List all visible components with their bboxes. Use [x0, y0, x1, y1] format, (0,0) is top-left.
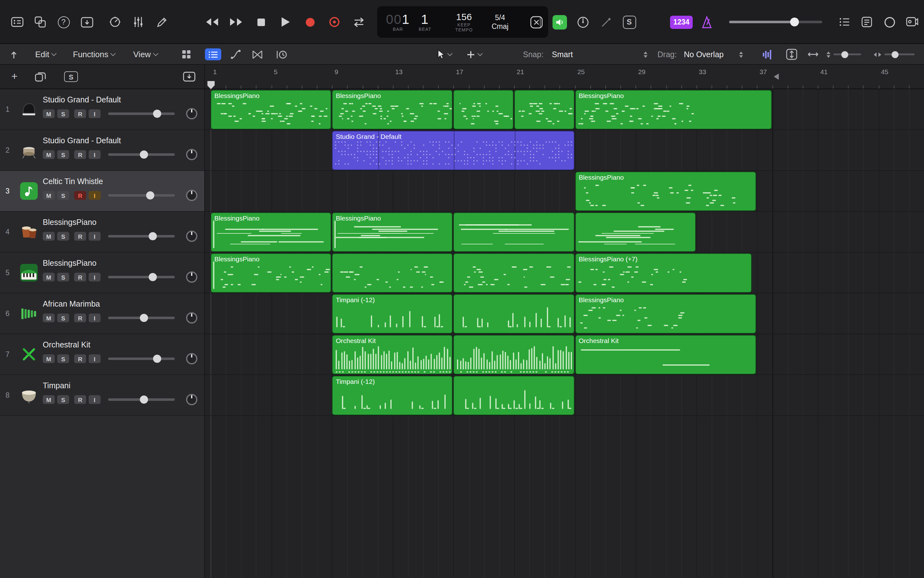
master-volume-thumb[interactable]: [790, 18, 799, 26]
view-menu[interactable]: View: [133, 44, 158, 65]
track-volume-slider[interactable]: [108, 112, 175, 115]
fit-vertical-zoom-icon[interactable]: [786, 44, 798, 65]
mute-button[interactable]: M: [43, 313, 55, 322]
track-volume-slider[interactable]: [108, 398, 175, 401]
region-lanes[interactable]: BlessingsPianoBlessingsPianoBlessingsPia…: [205, 89, 924, 578]
automation-icon[interactable]: [230, 44, 241, 65]
track-name[interactable]: BlessingsPiano: [43, 259, 183, 268]
media-browser-icon[interactable]: [903, 14, 921, 30]
record-enable-button[interactable]: R: [74, 191, 86, 200]
fit-horizontal-zoom-icon[interactable]: [807, 44, 819, 65]
playhead-marker[interactable]: [207, 81, 215, 89]
pan-knob[interactable]: [186, 271, 197, 283]
track-volume-thumb[interactable]: [146, 191, 154, 200]
region[interactable]: [575, 212, 696, 252]
track-volume-slider[interactable]: [108, 194, 175, 196]
bar-ruler[interactable]: 159131721252933374145: [205, 65, 924, 89]
region[interactable]: Orchestral Kit: [332, 335, 452, 375]
solo-button[interactable]: S: [57, 354, 69, 363]
region[interactable]: Orchestral Kit: [575, 335, 756, 375]
marimba-icon[interactable]: [20, 304, 38, 323]
input-monitor-button[interactable]: I: [89, 395, 101, 404]
region[interactable]: BlessingsPiano: [211, 212, 331, 252]
region-inspector-icon[interactable]: [205, 44, 221, 65]
pan-knob[interactable]: [186, 394, 197, 405]
solo-button[interactable]: S: [57, 395, 69, 404]
cycle-button[interactable]: [350, 14, 368, 30]
record-enable-button[interactable]: R: [74, 150, 86, 159]
editors-icon[interactable]: [152, 14, 171, 30]
track-header[interactable]: 6African MarimbaMSRI: [0, 294, 204, 334]
hand-drums-icon[interactable]: [20, 222, 38, 241]
mute-button[interactable]: M: [43, 395, 55, 404]
lcd-tempo-group[interactable]: 156 KEEP TEMPO: [455, 12, 473, 32]
track-volume-thumb[interactable]: [149, 273, 157, 281]
horizontal-zoom-thumb[interactable]: [891, 51, 898, 58]
edit-menu[interactable]: Edit: [35, 44, 56, 65]
pan-knob[interactable]: [186, 231, 197, 242]
grand-piano-icon[interactable]: [20, 100, 38, 119]
record-enable-button[interactable]: R: [74, 354, 86, 363]
track-header[interactable]: 2Studio Grand - DefaultMSRI: [0, 130, 204, 171]
solo-button[interactable]: S: [57, 150, 69, 159]
waveform-zoom-icon[interactable]: [762, 44, 773, 65]
region[interactable]: Studio Grand - Default: [332, 131, 574, 170]
snap-dropdown[interactable]: Smart: [552, 44, 651, 65]
stop-button[interactable]: [251, 14, 270, 30]
region[interactable]: BlessingsPiano: [575, 294, 756, 334]
solo-button[interactable]: S: [57, 273, 69, 281]
track-volume-slider[interactable]: [108, 317, 175, 319]
pan-knob[interactable]: [186, 149, 197, 160]
region[interactable]: [454, 212, 574, 252]
input-monitor-button[interactable]: I: [89, 191, 101, 200]
record-enable-button[interactable]: R: [74, 313, 86, 322]
mute-button[interactable]: M: [43, 150, 55, 159]
track-header[interactable]: 7Orchestral KitMSRI: [0, 334, 204, 375]
track-header[interactable]: 5BlessingsPianoMSRI: [0, 253, 204, 294]
input-monitor-button[interactable]: I: [89, 354, 101, 363]
region[interactable]: Timpani (-12): [332, 376, 452, 415]
track-name[interactable]: Studio Grand - Default: [43, 136, 183, 145]
note-pads-icon[interactable]: [857, 14, 876, 30]
region[interactable]: BlessingsPiano: [575, 172, 756, 211]
pan-knob[interactable]: [186, 312, 197, 323]
mixer-icon[interactable]: [129, 14, 148, 30]
region[interactable]: BlessingsPiano: [211, 253, 331, 293]
library-icon[interactable]: [8, 14, 26, 30]
track-volume-thumb[interactable]: [149, 232, 157, 240]
pan-knob[interactable]: [186, 353, 197, 364]
solo-button[interactable]: S: [57, 232, 69, 240]
input-monitor-button[interactable]: I: [89, 273, 101, 281]
lcd-display[interactable]: 001 BAR 1 BEAT 156 KEEP TEMPO 5/4 Cmaj: [377, 6, 548, 38]
count-in-badge[interactable]: 1234: [670, 15, 693, 29]
tin-whistle-icon[interactable]: [20, 182, 38, 200]
track-name[interactable]: African Marimba: [43, 300, 183, 308]
grid-icon[interactable]: [181, 44, 192, 65]
track-volume-thumb[interactable]: [153, 110, 161, 118]
record-enable-button[interactable]: R: [74, 232, 86, 240]
track-volume-slider[interactable]: [108, 153, 175, 156]
capture-record-button[interactable]: [325, 14, 344, 30]
forward-button[interactable]: [227, 14, 246, 30]
drum-kit-icon[interactable]: [20, 141, 38, 159]
region[interactable]: [454, 335, 574, 375]
track-name[interactable]: Studio Grand - Default: [43, 96, 183, 104]
loop-browser-icon[interactable]: [880, 14, 899, 30]
solo-button[interactable]: S: [57, 109, 69, 118]
drag-dropdown[interactable]: No Overlap: [684, 44, 745, 65]
track-volume-slider[interactable]: [108, 357, 175, 360]
region[interactable]: [454, 376, 574, 415]
flex-icon[interactable]: [275, 44, 287, 65]
region[interactable]: BlessingsPiano: [575, 90, 771, 130]
record-enable-button[interactable]: R: [74, 395, 86, 404]
region[interactable]: BlessingsPiano: [332, 90, 452, 130]
crossfade-icon[interactable]: [251, 44, 264, 65]
input-monitoring-icon[interactable]: [550, 14, 569, 30]
track-volume-slider[interactable]: [108, 235, 175, 237]
pan-knob[interactable]: [186, 190, 197, 201]
duplicate-track-button[interactable]: [33, 71, 48, 82]
smart-controls-icon[interactable]: [106, 14, 124, 30]
track-header[interactable]: 1Studio Grand - DefaultMSRI: [0, 89, 204, 130]
track-volume-slider[interactable]: [108, 276, 175, 278]
master-volume-slider[interactable]: [729, 21, 822, 23]
